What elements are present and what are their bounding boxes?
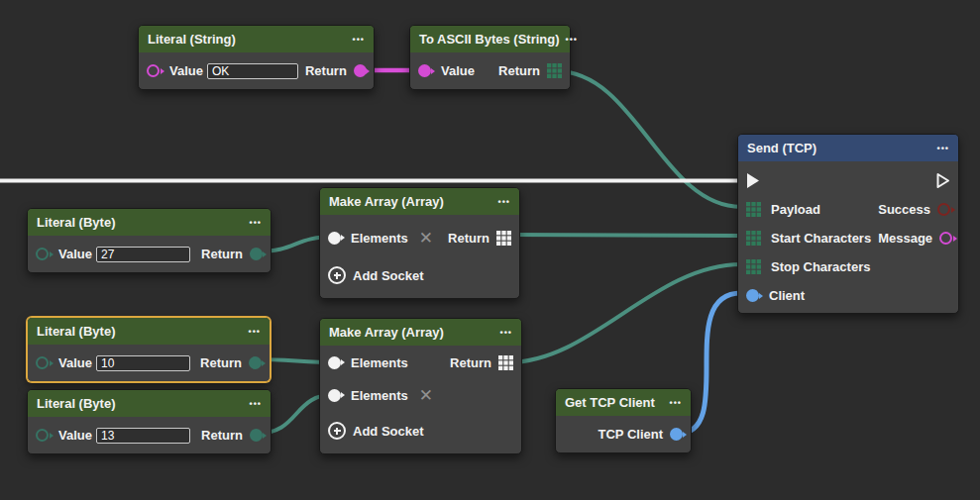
node-title: Make Array (Array) <box>329 194 444 209</box>
array-output-port[interactable] <box>547 63 562 78</box>
remove-socket-icon[interactable]: ✕ <box>419 387 433 404</box>
value-input[interactable] <box>96 428 190 444</box>
port-label-value: Value <box>441 63 475 78</box>
add-socket-label[interactable]: Add Socket <box>353 424 424 439</box>
menu-icon[interactable]: ••• <box>250 218 262 228</box>
node-make-array-1[interactable]: Make Array (Array) ••• Elements ✕ Return… <box>319 187 520 299</box>
port-label-success: Success <box>878 202 930 217</box>
port-label-value: Value <box>58 428 92 443</box>
output-port-return[interactable] <box>250 429 263 442</box>
value-input[interactable] <box>96 355 190 371</box>
output-port-return[interactable] <box>249 356 262 369</box>
value-input[interactable] <box>96 247 190 262</box>
port-label-elements: Elements <box>351 388 408 403</box>
input-port-elements[interactable] <box>328 232 341 245</box>
add-socket-icon[interactable] <box>328 266 346 284</box>
remove-socket-icon[interactable]: ✕ <box>419 230 433 247</box>
wire-array1-to-startchars[interactable] <box>508 235 741 236</box>
node-literal-byte-27[interactable]: Literal (Byte) ••• Value Return <box>27 208 272 273</box>
input-port-value[interactable] <box>36 248 49 260</box>
port-label-tcp-client: TCP Client <box>599 427 664 442</box>
input-port-value[interactable] <box>36 356 49 369</box>
output-port-tcp-client[interactable] <box>670 428 683 441</box>
node-header[interactable]: Make Array (Array) ••• <box>320 188 519 215</box>
array-output-port[interactable] <box>498 355 513 370</box>
node-title: To ASCII Bytes (String) <box>419 32 560 47</box>
port-label-start-characters: Start Characters <box>771 231 871 246</box>
menu-icon[interactable]: ••• <box>250 399 262 409</box>
port-label-return: Return <box>450 355 491 370</box>
port-label-payload: Payload <box>771 202 820 217</box>
menu-icon[interactable]: ••• <box>353 35 365 45</box>
port-label-return: Return <box>200 355 242 370</box>
wire-ascii-to-payload[interactable] <box>557 71 741 207</box>
node-title: Make Array (Array) <box>329 325 444 340</box>
node-to-ascii-bytes[interactable]: To ASCII Bytes (String) ••• Value Return <box>409 25 571 90</box>
input-port-client[interactable] <box>746 289 759 302</box>
output-port-message[interactable] <box>939 232 952 245</box>
value-input[interactable] <box>207 63 298 79</box>
input-port-value[interactable] <box>147 64 160 77</box>
node-title: Literal (Byte) <box>37 324 115 339</box>
port-label-elements: Elements <box>351 355 408 370</box>
exec-out-port[interactable] <box>936 172 950 189</box>
output-port-return[interactable] <box>354 64 367 77</box>
port-label-value: Value <box>58 247 92 261</box>
node-header[interactable]: Send (TCP) ••• <box>738 135 958 161</box>
node-header[interactable]: Literal (Byte) ••• <box>28 209 271 236</box>
array-input-port-stop-characters[interactable] <box>746 259 761 274</box>
add-socket-icon[interactable] <box>328 422 346 440</box>
menu-icon[interactable]: ••• <box>500 328 512 338</box>
node-send-tcp[interactable]: Send (TCP) ••• Payload Success Start Cha… <box>737 134 959 314</box>
node-literal-string[interactable]: Literal (String) ••• Value Return <box>138 25 375 90</box>
port-label-value: Value <box>169 63 203 78</box>
port-label-return: Return <box>305 63 347 78</box>
port-label-stop-characters: Stop Characters <box>771 259 870 274</box>
node-literal-byte-10[interactable]: Literal (Byte) ••• Value Return <box>27 317 271 382</box>
menu-icon[interactable]: ••• <box>249 327 261 337</box>
port-label-return: Return <box>201 428 243 443</box>
node-header[interactable]: Literal (String) ••• <box>139 26 374 52</box>
node-header[interactable]: Literal (Byte) ••• <box>28 318 270 345</box>
port-label-elements: Elements <box>351 231 408 246</box>
exec-in-port[interactable] <box>746 172 760 189</box>
node-make-array-2[interactable]: Make Array (Array) ••• Elements Return E… <box>319 318 522 454</box>
port-label-value: Value <box>58 355 92 370</box>
port-label-message: Message <box>878 231 932 246</box>
node-title: Get TCP Client <box>565 395 655 410</box>
input-port-elements-2[interactable] <box>328 389 341 402</box>
menu-icon[interactable]: ••• <box>670 398 682 408</box>
node-header[interactable]: Make Array (Array) ••• <box>320 319 521 346</box>
output-port-success[interactable] <box>937 203 950 216</box>
node-title: Literal (String) <box>148 32 236 47</box>
node-literal-byte-13[interactable]: Literal (Byte) ••• Value Return <box>27 389 272 454</box>
node-title: Send (TCP) <box>747 141 817 155</box>
node-title: Literal (Byte) <box>37 215 115 230</box>
port-label-client: Client <box>769 288 805 303</box>
node-graph-canvas[interactable]: Literal (String) ••• Value Return To ASC… <box>0 0 980 500</box>
node-title: Literal (Byte) <box>37 396 115 411</box>
menu-icon[interactable]: ••• <box>566 35 578 45</box>
node-get-tcp-client[interactable]: Get TCP Client ••• TCP Client <box>555 388 692 453</box>
node-header[interactable]: Literal (Byte) ••• <box>28 390 271 417</box>
input-port-elements-1[interactable] <box>328 356 341 369</box>
menu-icon[interactable]: ••• <box>937 144 949 153</box>
node-header[interactable]: Get TCP Client ••• <box>556 389 691 416</box>
array-output-port[interactable] <box>496 231 511 246</box>
input-port-value[interactable] <box>36 429 49 442</box>
port-label-return: Return <box>201 247 243 261</box>
add-socket-label[interactable]: Add Socket <box>353 268 424 283</box>
port-label-return: Return <box>448 231 490 246</box>
port-label-return: Return <box>498 63 540 78</box>
array-input-port-payload[interactable] <box>746 202 761 217</box>
node-header[interactable]: To ASCII Bytes (String) ••• <box>410 26 570 52</box>
output-port-return[interactable] <box>250 248 263 260</box>
input-port-value[interactable] <box>418 64 431 77</box>
array-input-port-start-characters[interactable] <box>746 231 761 246</box>
menu-icon[interactable]: ••• <box>498 197 510 207</box>
